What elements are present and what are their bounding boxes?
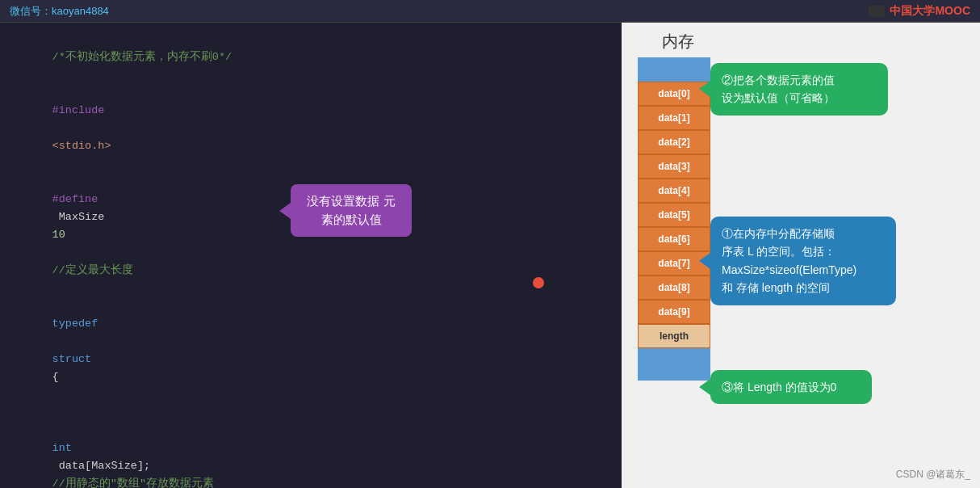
red-dot — [533, 277, 544, 288]
code-comment-1: /*不初始化数据元素，内存不刷0*/ — [52, 51, 232, 63]
mem-cell-length: length — [638, 324, 710, 348]
bubble-arrow — [279, 203, 291, 219]
header: 微信号：kaoyan4884 中国大学MOOC — [0, 0, 980, 23]
code-line-4: typedef struct { — [13, 297, 609, 404]
memory-block: data[0] data[1] data[2] data[3] data[4] … — [638, 57, 710, 381]
mem-cell-4: data[4] — [638, 179, 710, 203]
mem-cell-5: data[5] — [638, 203, 710, 227]
green-bubble-3-arrow — [699, 379, 710, 395]
csdn-watermark: CSDN @诸葛东_ — [896, 468, 970, 482]
mooc-label: 中国大学MOOC — [890, 4, 970, 19]
mem-cell-8: data[8] — [638, 276, 710, 300]
bubble-text: 没有设置数据 元素的默认值 — [307, 194, 395, 226]
purple-bubble: 没有设置数据 元素的默认值 — [291, 184, 412, 237]
green-bubble-arrow — [699, 81, 710, 97]
blue-bubble-text: ①在内存中分配存储顺序表 L 的空间。包括：MaxSize*sizeof(Ele… — [722, 227, 856, 294]
mem-cell-9: data[9] — [638, 300, 710, 324]
wechat-label: 微信号：kaoyan4884 — [10, 4, 109, 19]
mem-cell-1: data[1] — [638, 106, 710, 130]
mem-bottom — [638, 348, 710, 381]
mem-cell-6: data[6] — [638, 227, 710, 251]
mem-cell-2: data[2] — [638, 130, 710, 154]
memory-title: 内存 — [638, 31, 718, 53]
blue-bubble-arrow — [699, 253, 710, 269]
blue-bubble-1: ①在内存中分配存储顺序表 L 的空间。包括：MaxSize*sizeof(Ele… — [710, 217, 896, 305]
code-line-1: /*不初始化数据元素，内存不刷0*/ — [13, 31, 609, 84]
mem-top — [638, 57, 710, 82]
mooc-logo-area: 中国大学MOOC — [869, 4, 970, 19]
main-content: /*不初始化数据元素，内存不刷0*/ #include <stdio.h> #d… — [0, 23, 980, 488]
green-bubble-2: ②把各个数据元素的值设为默认值（可省略） — [710, 63, 888, 116]
green-bubble-3: ③将 Length 的值设为0 — [710, 370, 872, 404]
memory-section: 内存 data[0] data[1] data[2] data[3] data[… — [622, 23, 980, 488]
code-preprocessor-1: #include — [52, 104, 105, 116]
mooc-icon — [869, 6, 885, 17]
code-section: /*不初始化数据元素，内存不刷0*/ #include <stdio.h> #d… — [0, 23, 622, 488]
code-line-2: #include <stdio.h> — [13, 84, 609, 173]
code-line-5: int data[MaxSize]; //用静态的"数组"存放数据元素 — [13, 404, 609, 488]
green-bubble-3-text: ③将 Length 的值设为0 — [722, 381, 836, 393]
memory-container: data[0] data[1] data[2] data[3] data[4] … — [638, 57, 710, 381]
mem-cell-3: data[3] — [638, 154, 710, 179]
green-bubble-text: ②把各个数据元素的值设为默认值（可省略） — [722, 74, 835, 104]
